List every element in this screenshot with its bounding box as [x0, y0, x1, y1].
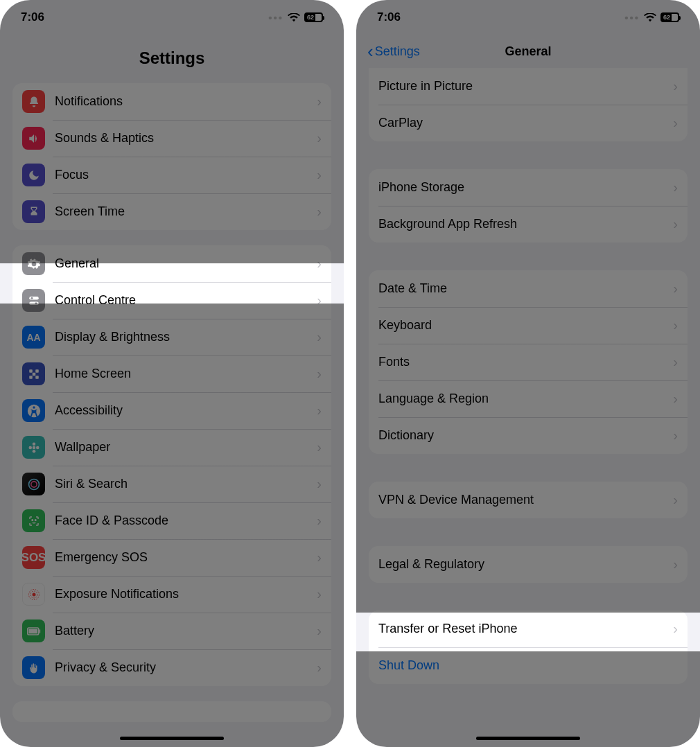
chevron-right-icon: › [317, 94, 322, 109]
chevron-right-icon: › [317, 130, 322, 146]
row-label: Emergency SOS [55, 550, 317, 565]
row-transfer-reset-iphone[interactable]: Transfer or Reset iPhone › [369, 610, 688, 647]
row-control-centre[interactable]: Control Centre › [12, 282, 331, 319]
row-language-region[interactable]: Language & Region › [369, 380, 688, 417]
svg-point-10 [33, 406, 35, 408]
row-home-screen[interactable]: Home Screen › [12, 355, 331, 392]
row-accessibility[interactable]: Accessibility › [12, 392, 331, 429]
row-siri-search[interactable]: Siri & Search › [12, 466, 331, 502]
chevron-right-icon: › [317, 256, 322, 272]
svg-point-11 [32, 446, 35, 449]
chevron-right-icon: › [317, 329, 322, 345]
row-shut-down[interactable]: Shut Down [369, 647, 688, 684]
row-keyboard[interactable]: Keyboard › [369, 307, 688, 344]
back-label: Settings [375, 44, 420, 59]
chevron-right-icon: › [673, 78, 678, 94]
row-label: VPN & Device Management [378, 493, 673, 507]
chevron-right-icon: › [317, 476, 322, 492]
row-display-brightness[interactable]: AA Display & Brightness › [12, 319, 331, 355]
chevron-right-icon: › [673, 492, 678, 508]
row-label: Language & Region [378, 392, 673, 406]
row-label: Siri & Search [55, 477, 317, 491]
svg-rect-0 [29, 297, 39, 300]
general-group-storage: iPhone Storage › Background App Refresh … [369, 169, 688, 243]
pagination-dots-icon: ••• [268, 12, 283, 24]
settings-screen: 7:06 ••• 62 Settings Notifications › Sou… [0, 0, 344, 747]
battery-row-icon [22, 619, 45, 642]
row-general[interactable]: General › [12, 245, 331, 282]
row-label: Transfer or Reset iPhone [378, 622, 673, 636]
settings-group-next [12, 701, 331, 722]
toggles-icon [22, 289, 45, 312]
accessibility-icon [22, 399, 45, 422]
battery-icon: 62 [660, 12, 679, 22]
home-indicator[interactable] [476, 737, 580, 740]
svg-point-17 [30, 481, 36, 486]
chevron-right-icon: › [673, 391, 678, 407]
row-label: Dictionary [378, 428, 673, 443]
row-label: Exposure Notifications [55, 587, 317, 601]
row-battery[interactable]: Battery › [12, 613, 331, 649]
page-title: Settings [0, 35, 344, 75]
svg-point-15 [36, 446, 40, 449]
row-legal-regulatory[interactable]: Legal & Regulatory › [369, 546, 688, 583]
exposure-icon [22, 583, 45, 606]
row-emergency-sos[interactable]: SOS Emergency SOS › [12, 539, 331, 576]
row-label: Notifications [55, 94, 317, 109]
back-button[interactable]: ‹ Settings [367, 42, 420, 60]
svg-point-14 [28, 446, 32, 449]
row-privacy-security[interactable]: Privacy & Security › [12, 649, 331, 686]
pagination-dots-icon: ••• [624, 12, 640, 24]
app-grid-icon [22, 362, 45, 385]
row-label: Face ID & Passcode [55, 513, 317, 528]
chevron-right-icon: › [317, 550, 322, 565]
row-iphone-storage[interactable]: iPhone Storage › [369, 169, 688, 206]
row-screen-time[interactable]: Screen Time › [12, 193, 331, 230]
row-picture-in-picture[interactable]: Picture in Picture › [369, 68, 688, 105]
chevron-right-icon: › [673, 317, 678, 333]
home-indicator[interactable] [120, 737, 224, 740]
nav-bar: ‹ Settings General [356, 35, 700, 68]
general-group-reset: Transfer or Reset iPhone › Shut Down [369, 610, 688, 684]
row-label: Wallpaper [55, 440, 317, 455]
svg-point-12 [32, 442, 35, 446]
chevron-right-icon: › [673, 216, 678, 232]
row-notifications[interactable]: Notifications › [12, 83, 331, 120]
bell-icon [22, 90, 45, 113]
chevron-right-icon: › [673, 428, 678, 443]
general-content: Picture in Picture › CarPlay › iPhone St… [356, 68, 700, 712]
row-fonts[interactable]: Fonts › [369, 344, 688, 380]
row-wallpaper[interactable]: Wallpaper › [12, 429, 331, 466]
row-vpn-device-management[interactable]: VPN & Device Management › [369, 482, 688, 518]
row-label: Sounds & Haptics [55, 131, 317, 146]
row-label: Accessibility [55, 403, 317, 418]
row-date-time[interactable]: Date & Time › [369, 270, 688, 307]
row-label: Focus [55, 168, 317, 182]
row-label: Control Centre [55, 293, 317, 308]
text-size-icon: AA [22, 326, 45, 349]
gear-icon [22, 252, 45, 275]
wifi-icon [644, 13, 656, 22]
row-face-id[interactable]: Face ID & Passcode › [12, 502, 331, 539]
svg-point-3 [35, 302, 37, 304]
status-time: 7:06 [377, 10, 401, 24]
battery-icon: 62 [304, 12, 323, 22]
row-carplay[interactable]: CarPlay › [369, 105, 688, 141]
chevron-right-icon: › [317, 167, 322, 183]
settings-content: Notifications › Sounds & Haptics › Focus… [0, 75, 344, 747]
settings-group-notifications: Notifications › Sounds & Haptics › Focus… [12, 83, 331, 230]
face-id-icon [22, 509, 45, 532]
row-label: Privacy & Security [55, 660, 317, 675]
speaker-icon [22, 127, 45, 150]
row-label: Picture in Picture [378, 79, 673, 94]
row-label: Shut Down [378, 658, 678, 673]
row-focus[interactable]: Focus › [12, 157, 331, 193]
row-label: CarPlay [378, 116, 673, 130]
row-background-app-refresh[interactable]: Background App Refresh › [369, 206, 688, 243]
row-exposure-notifications[interactable]: Exposure Notifications › [12, 576, 331, 613]
row-dictionary[interactable]: Dictionary › [369, 417, 688, 454]
row-sounds[interactable]: Sounds & Haptics › [12, 120, 331, 157]
chevron-right-icon: › [673, 354, 678, 370]
svg-rect-1 [29, 301, 39, 305]
svg-rect-4 [29, 369, 33, 373]
